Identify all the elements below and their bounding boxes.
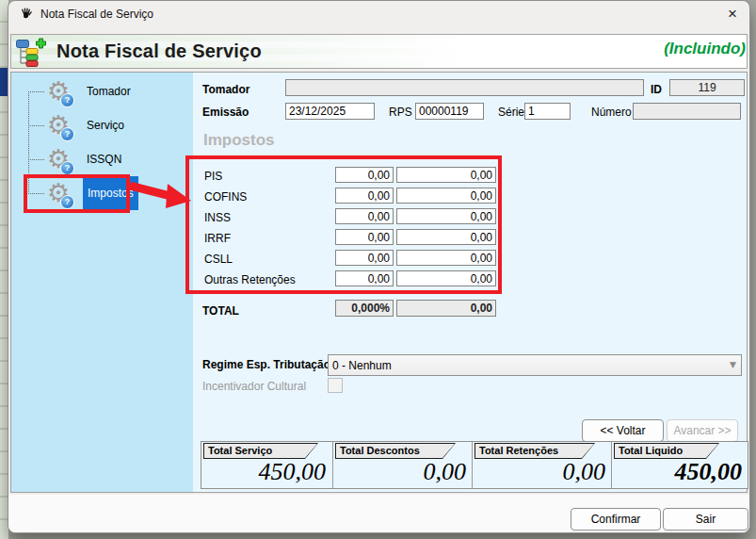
mode-status-badge: (Incluindo) xyxy=(664,40,746,58)
cofins-valor-field[interactable] xyxy=(396,188,496,204)
numero-field[interactable] xyxy=(633,103,741,120)
inss-label: INSS xyxy=(204,211,231,224)
total-servico-label: Total Serviço xyxy=(204,444,317,458)
pis-aliquota-field[interactable] xyxy=(335,167,394,183)
tree-line xyxy=(28,193,44,194)
tree-line xyxy=(28,91,44,92)
total-retencoes-column: Total Retenções 0,00 xyxy=(472,442,612,488)
csll-label: CSLL xyxy=(204,253,233,266)
title-bar: Nota Fiscal de Serviço xyxy=(8,0,750,28)
tomador-label: Tomador xyxy=(202,83,249,96)
sidebar-item-label: Serviço xyxy=(84,117,127,134)
totals-panel: Total Serviço 450,00 Total Descontos 0,0… xyxy=(201,441,748,489)
sidebar-item-impostos[interactable]: ⚙ ? Impostos xyxy=(43,176,138,210)
incentivador-checkbox[interactable] xyxy=(328,378,343,393)
incentivador-label: Incentivador Cultural xyxy=(202,380,306,393)
tree-line xyxy=(28,125,44,126)
total-descontos-label: Total Descontos xyxy=(336,444,455,458)
pis-label: PIS xyxy=(204,170,222,183)
confirmar-button[interactable]: Confirmar xyxy=(571,508,661,531)
screen: Nota Fiscal de Serviço × Nota Fiscal de … xyxy=(0,0,756,539)
page-title: Nota Fiscal de Serviço xyxy=(56,41,262,62)
emissao-field[interactable] xyxy=(285,103,375,120)
avancar-button[interactable]: Avancar >> xyxy=(667,419,738,442)
irrf-aliquota-field[interactable] xyxy=(335,229,394,245)
window-title: Nota Fiscal de Serviço xyxy=(40,8,153,21)
id-label: ID xyxy=(651,83,662,96)
total-percent-field xyxy=(335,300,394,317)
gear-question-icon: ⚙ ? xyxy=(43,178,73,208)
pis-valor-field[interactable] xyxy=(396,167,496,183)
serie-label: Série xyxy=(498,106,524,119)
rps-field[interactable] xyxy=(415,103,484,120)
sidebar-item-label: ISSQN xyxy=(84,151,124,168)
irrf-label: IRRF xyxy=(204,232,231,245)
chevron-down-icon: ▼ xyxy=(730,360,736,369)
irrf-valor-field[interactable] xyxy=(396,229,496,245)
total-label: TOTAL xyxy=(202,304,239,318)
hand-icon xyxy=(19,8,33,22)
gear-question-icon: ⚙ ? xyxy=(43,144,73,174)
tree-line xyxy=(28,91,29,194)
inss-valor-field[interactable] xyxy=(396,208,496,224)
total-servico-value: 450,00 xyxy=(259,458,327,486)
total-liquido-value: 450,00 xyxy=(675,458,743,486)
sidebar-item-label: Tomador xyxy=(84,83,134,100)
outras-retencoes-valor-field[interactable] xyxy=(396,270,496,286)
sair-button[interactable]: Sair xyxy=(663,508,748,531)
id-field xyxy=(669,79,745,96)
csll-valor-field[interactable] xyxy=(396,250,496,266)
page-header: Nota Fiscal de Serviço xyxy=(10,34,748,69)
total-retencoes-label: Total Retenções xyxy=(475,444,594,458)
total-servico-column: Total Serviço 450,00 xyxy=(201,442,332,488)
total-descontos-value: 0,00 xyxy=(424,458,467,486)
gear-question-icon: ⚙ ? xyxy=(43,76,73,106)
inss-aliquota-field[interactable] xyxy=(335,208,394,224)
tree-line xyxy=(28,159,44,160)
total-liquido-column: Total Liquido 450,00 xyxy=(611,442,748,488)
total-descontos-column: Total Descontos 0,00 xyxy=(332,442,473,488)
rps-label: RPS xyxy=(389,106,412,119)
emissao-label: Emissão xyxy=(202,106,249,119)
tomador-field[interactable] xyxy=(285,79,644,96)
sidebar-item-label: Impostos xyxy=(83,176,138,210)
sidebar-item-issqn[interactable]: ⚙ ? ISSQN xyxy=(43,142,124,176)
numero-label: Número xyxy=(591,106,632,119)
impostos-section-title: Impostos xyxy=(203,131,275,150)
cofins-label: COFINS xyxy=(204,190,247,204)
cofins-aliquota-field[interactable] xyxy=(335,188,394,204)
regime-selected-value: 0 - Nenhum xyxy=(332,359,392,372)
total-retencoes-value: 0,00 xyxy=(563,458,606,486)
gear-question-icon: ⚙ ? xyxy=(43,110,73,140)
total-value-field xyxy=(396,300,496,317)
serie-field[interactable] xyxy=(524,103,571,120)
flowchart-add-icon xyxy=(15,37,47,67)
close-icon[interactable]: × xyxy=(719,3,746,25)
sidebar-item-tomador[interactable]: ⚙ ? Tomador xyxy=(43,74,134,108)
csll-aliquota-field[interactable] xyxy=(335,250,394,266)
voltar-button[interactable]: << Voltar xyxy=(582,419,664,442)
total-liquido-label: Total Liquido xyxy=(615,444,718,458)
regime-label: Regime Esp. Tributação xyxy=(202,358,330,371)
outras-retencoes-label: Outras Retenções xyxy=(204,273,296,286)
sidebar-item-servico[interactable]: ⚙ ? Serviço xyxy=(43,108,127,142)
outras-retencoes-aliquota-field[interactable] xyxy=(335,270,394,286)
regime-dropdown[interactable]: 0 - Nenhum ▼ xyxy=(328,354,742,376)
